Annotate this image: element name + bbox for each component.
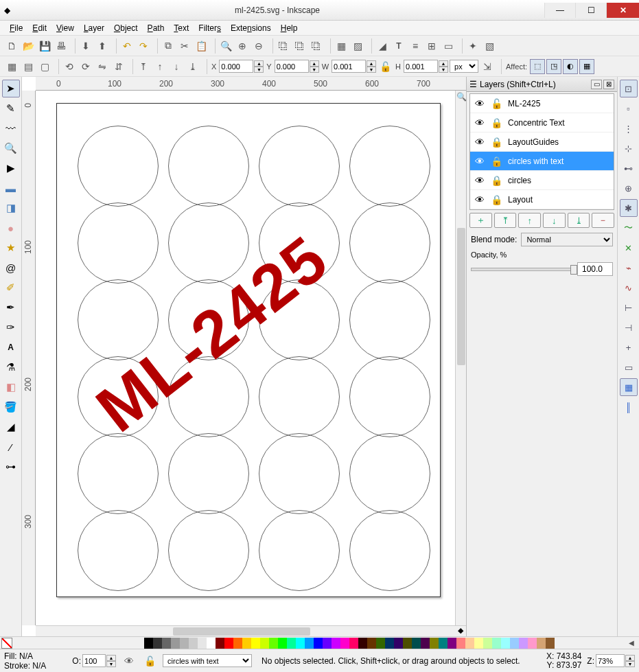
layer-row[interactable]: 👁🔒circles	[470, 171, 614, 190]
close-button[interactable]	[606, 3, 639, 18]
color-swatch[interactable]	[207, 638, 216, 649]
color-swatch[interactable]	[412, 638, 421, 649]
layers-panel-header[interactable]: ☰ Layers (Shift+Ctrl+L) ▭ ⊠	[467, 77, 617, 92]
color-swatch[interactable]	[483, 638, 492, 649]
snap-object-mid-icon[interactable]: ⊣	[620, 318, 638, 336]
color-swatch[interactable]	[278, 638, 287, 649]
menu-help[interactable]: Help	[277, 22, 302, 34]
scroll-thumb-h[interactable]	[173, 627, 310, 636]
spiral-tool-icon[interactable]: @	[2, 259, 20, 277]
layer-down-button[interactable]: ↓	[543, 213, 566, 228]
maximize-button[interactable]	[575, 3, 606, 18]
align-icon[interactable]: ⊞	[424, 38, 439, 54]
circle[interactable]	[349, 356, 430, 437]
cut-icon[interactable]: ✂	[177, 38, 192, 54]
color-swatch[interactable]	[340, 638, 349, 649]
menu-path[interactable]: Path	[143, 22, 169, 34]
node-tool-icon[interactable]: ✎	[2, 100, 20, 117]
circle[interactable]	[78, 433, 159, 514]
star-tool-icon[interactable]: ★	[2, 239, 20, 257]
layer-visibility-icon[interactable]: 👁	[474, 194, 485, 205]
snap-intersect-icon[interactable]: ✕	[620, 239, 638, 257]
x-up[interactable]: ▲	[254, 60, 264, 67]
eraser-tool-icon[interactable]: ◧	[2, 378, 20, 396]
color-swatch[interactable]	[501, 638, 510, 649]
status-lock-icon[interactable]: 🔓	[142, 653, 157, 669]
circle[interactable]	[168, 126, 249, 207]
circle[interactable]	[349, 433, 430, 514]
circle[interactable]	[78, 126, 159, 207]
status-opacity-input[interactable]	[82, 654, 106, 667]
circle[interactable]	[78, 510, 159, 591]
color-swatch[interactable]	[216, 638, 224, 649]
select-layers-icon[interactable]: ▤	[21, 59, 36, 74]
layer-row[interactable]: 👁🔒Concentric Text	[470, 113, 614, 132]
color-swatch[interactable]	[474, 638, 483, 649]
export-icon[interactable]: ⬆	[95, 38, 110, 54]
affect-pattern-icon[interactable]: ▦	[579, 59, 594, 74]
y-down[interactable]: ▼	[310, 67, 319, 73]
color-swatch[interactable]	[465, 638, 474, 649]
copy-icon[interactable]: ⧉	[161, 38, 176, 54]
circle[interactable]	[349, 279, 430, 360]
lower-bottom-icon[interactable]: ⤓	[185, 59, 200, 74]
layer-row[interactable]: 👁🔒LayoutGuides	[470, 132, 614, 152]
color-swatch[interactable]	[180, 638, 189, 649]
color-swatch[interactable]	[314, 638, 323, 649]
layer-visibility-icon[interactable]: 👁	[474, 175, 485, 186]
open-icon[interactable]: 📂	[21, 38, 36, 54]
color-swatch[interactable]	[198, 638, 207, 649]
w-down[interactable]: ▼	[367, 67, 376, 73]
snap-path-icon[interactable]: 〜	[620, 219, 638, 237]
snap-edge-icon[interactable]: ⋮	[620, 119, 638, 137]
circle[interactable]	[168, 433, 249, 514]
import-icon[interactable]: ⬇	[78, 38, 93, 54]
layer-bottom-button[interactable]: ⤓	[568, 213, 590, 228]
h-down[interactable]: ▼	[439, 67, 448, 73]
color-swatch[interactable]	[367, 638, 376, 649]
color-swatch[interactable]	[305, 638, 314, 649]
status-zoom-input[interactable]	[596, 654, 625, 667]
rotate-cw-icon[interactable]: ⟳	[78, 59, 93, 74]
circle[interactable]	[259, 433, 340, 514]
layer-lock-icon[interactable]: 🔓	[491, 98, 502, 109]
rect-tool-icon[interactable]: ▬	[2, 179, 20, 197]
color-swatch[interactable]	[144, 638, 153, 649]
flip-v-icon[interactable]: ⇵	[111, 59, 126, 74]
layer-lock-icon[interactable]: 🔒	[491, 117, 502, 128]
opacity-input[interactable]	[577, 262, 613, 276]
status-layer-select[interactable]: circles with text	[163, 654, 252, 667]
color-swatch[interactable]	[162, 638, 171, 649]
snap-line-mid-icon[interactable]: ⊢	[620, 299, 638, 316]
scroll-thumb-v[interactable]	[457, 228, 465, 365]
menu-layer[interactable]: Layer	[80, 22, 108, 34]
minimize-button[interactable]	[544, 3, 575, 18]
connector-tool-icon[interactable]: ⊶	[2, 458, 20, 476]
status-visibility-icon[interactable]: 👁	[121, 653, 137, 669]
fill-stroke-indicator[interactable]: Fill: N/A Stroke: N/A	[4, 651, 67, 671]
circle[interactable]	[349, 126, 430, 207]
layer-visibility-icon[interactable]: 👁	[474, 98, 485, 109]
lock-wh-icon[interactable]: 🔓	[377, 59, 393, 74]
layer-row[interactable]: 👁🔒circles with text	[470, 152, 614, 171]
color-swatch[interactable]	[251, 638, 260, 649]
ungroup-icon[interactable]: ▨	[350, 38, 365, 54]
menu-object[interactable]: Object	[110, 22, 142, 34]
zoom-tool-icon[interactable]: 🔍	[2, 139, 20, 157]
zoom-page-icon[interactable]: ⊖	[251, 38, 266, 54]
spray-tool-icon[interactable]: ⚗	[2, 358, 20, 376]
layer-lock-icon[interactable]: 🔒	[491, 156, 502, 167]
h-up[interactable]: ▲	[439, 60, 448, 67]
layer-lock-icon[interactable]: 🔒	[491, 194, 502, 205]
menu-text[interactable]: Text	[170, 22, 193, 34]
layer-lock-icon[interactable]: 🔒	[491, 175, 502, 186]
opacity-slider[interactable]	[471, 268, 574, 271]
color-swatch[interactable]	[153, 638, 162, 649]
affect-corners-icon[interactable]: ◳	[546, 59, 561, 74]
affect-stroke-icon[interactable]: ⬚	[530, 59, 545, 74]
selector-tool-icon[interactable]: ➤	[2, 80, 20, 97]
color-swatch[interactable]	[323, 638, 332, 649]
snap-center-icon[interactable]: ⊕	[620, 179, 638, 197]
clone-icon[interactable]: ⿻	[292, 38, 307, 54]
h-input[interactable]	[404, 60, 438, 73]
